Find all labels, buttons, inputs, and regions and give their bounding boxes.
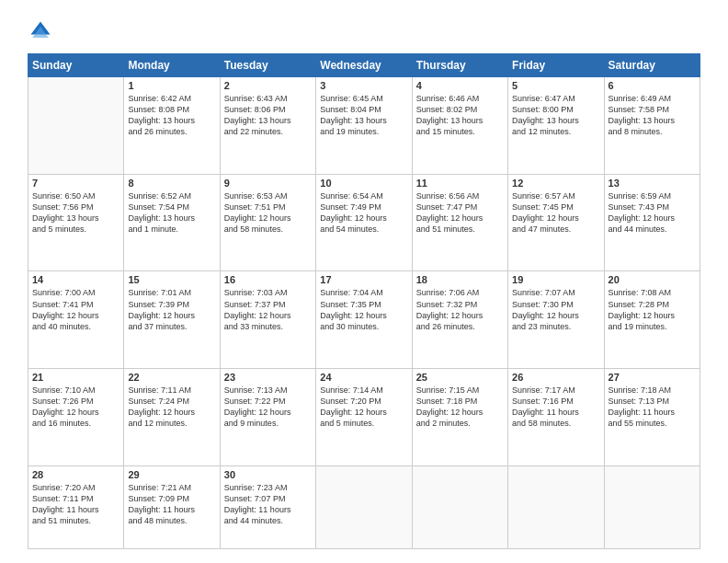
day-cell: 26Sunrise: 7:17 AM Sunset: 7:16 PM Dayli… <box>508 369 604 466</box>
day-info: Sunrise: 7:11 AM Sunset: 7:24 PM Dayligh… <box>128 385 215 430</box>
day-number: 20 <box>609 274 696 285</box>
day-number: 19 <box>512 274 599 285</box>
day-number: 10 <box>320 178 407 189</box>
day-cell: 21Sunrise: 7:10 AM Sunset: 7:26 PM Dayli… <box>28 369 124 466</box>
day-info: Sunrise: 7:23 AM Sunset: 7:07 PM Dayligh… <box>224 482 312 527</box>
header-day: Saturday <box>604 54 700 77</box>
day-cell: 23Sunrise: 7:13 AM Sunset: 7:22 PM Dayli… <box>220 369 315 466</box>
week-row: 14Sunrise: 7:00 AM Sunset: 7:41 PM Dayli… <box>28 271 700 369</box>
day-cell: 17Sunrise: 7:04 AM Sunset: 7:35 PM Dayli… <box>316 271 412 369</box>
day-number: 2 <box>224 80 312 91</box>
day-cell: 22Sunrise: 7:11 AM Sunset: 7:24 PM Dayli… <box>124 369 220 466</box>
day-number: 28 <box>32 469 119 480</box>
day-cell: 5Sunrise: 6:47 AM Sunset: 8:00 PM Daylig… <box>508 77 604 175</box>
day-cell <box>412 465 507 548</box>
day-cell: 2Sunrise: 6:43 AM Sunset: 8:06 PM Daylig… <box>220 77 315 175</box>
day-info: Sunrise: 7:21 AM Sunset: 7:09 PM Dayligh… <box>128 482 215 527</box>
day-info: Sunrise: 7:13 AM Sunset: 7:22 PM Dayligh… <box>224 385 312 430</box>
day-number: 16 <box>224 274 312 285</box>
header-day: Monday <box>124 54 220 77</box>
day-number: 9 <box>224 178 312 189</box>
day-info: Sunrise: 7:18 AM Sunset: 7:13 PM Dayligh… <box>609 385 696 430</box>
header-day: Thursday <box>412 54 507 77</box>
calendar: SundayMondayTuesdayWednesdayThursdayFrid… <box>28 53 700 549</box>
day-cell: 15Sunrise: 7:01 AM Sunset: 7:39 PM Dayli… <box>124 271 220 369</box>
day-number: 11 <box>416 178 504 189</box>
day-number: 21 <box>32 372 119 383</box>
day-cell <box>508 465 604 548</box>
day-info: Sunrise: 7:04 AM Sunset: 7:35 PM Dayligh… <box>320 287 407 332</box>
week-row: 7Sunrise: 6:50 AM Sunset: 7:56 PM Daylig… <box>28 174 700 271</box>
day-info: Sunrise: 7:17 AM Sunset: 7:16 PM Dayligh… <box>512 385 599 430</box>
day-info: Sunrise: 7:15 AM Sunset: 7:18 PM Dayligh… <box>416 385 504 430</box>
day-cell: 9Sunrise: 6:53 AM Sunset: 7:51 PM Daylig… <box>220 174 315 271</box>
day-number: 15 <box>128 274 215 285</box>
day-info: Sunrise: 6:50 AM Sunset: 7:56 PM Dayligh… <box>32 190 119 236</box>
day-cell: 11Sunrise: 6:56 AM Sunset: 7:47 PM Dayli… <box>412 174 507 271</box>
day-info: Sunrise: 6:45 AM Sunset: 8:04 PM Dayligh… <box>320 93 407 138</box>
week-row: 1Sunrise: 6:42 AM Sunset: 8:08 PM Daylig… <box>28 77 700 175</box>
day-cell: 13Sunrise: 6:59 AM Sunset: 7:43 PM Dayli… <box>604 174 700 271</box>
header-day: Sunday <box>28 54 124 77</box>
day-number: 18 <box>416 274 504 285</box>
day-cell: 14Sunrise: 7:00 AM Sunset: 7:41 PM Dayli… <box>28 271 124 369</box>
day-number: 24 <box>320 372 407 383</box>
day-number: 30 <box>224 469 312 480</box>
day-info: Sunrise: 7:20 AM Sunset: 7:11 PM Dayligh… <box>32 482 119 527</box>
day-info: Sunrise: 6:42 AM Sunset: 8:08 PM Dayligh… <box>128 93 215 138</box>
logo-icon <box>28 18 53 44</box>
day-number: 17 <box>320 274 407 285</box>
day-cell: 8Sunrise: 6:52 AM Sunset: 7:54 PM Daylig… <box>124 174 220 271</box>
day-number: 8 <box>128 178 215 189</box>
header-day: Wednesday <box>316 54 412 77</box>
day-info: Sunrise: 6:54 AM Sunset: 7:49 PM Dayligh… <box>320 190 407 236</box>
page-header <box>28 18 700 44</box>
day-number: 5 <box>512 80 599 91</box>
week-row: 28Sunrise: 7:20 AM Sunset: 7:11 PM Dayli… <box>28 465 700 548</box>
day-info: Sunrise: 7:10 AM Sunset: 7:26 PM Dayligh… <box>32 385 119 430</box>
header-day: Tuesday <box>220 54 315 77</box>
day-info: Sunrise: 6:59 AM Sunset: 7:43 PM Dayligh… <box>609 190 696 236</box>
day-cell: 29Sunrise: 7:21 AM Sunset: 7:09 PM Dayli… <box>124 465 220 548</box>
day-info: Sunrise: 6:53 AM Sunset: 7:51 PM Dayligh… <box>224 190 312 236</box>
week-row: 21Sunrise: 7:10 AM Sunset: 7:26 PM Dayli… <box>28 369 700 466</box>
day-info: Sunrise: 6:52 AM Sunset: 7:54 PM Dayligh… <box>128 190 215 236</box>
day-info: Sunrise: 7:01 AM Sunset: 7:39 PM Dayligh… <box>128 287 215 332</box>
day-cell: 3Sunrise: 6:45 AM Sunset: 8:04 PM Daylig… <box>316 77 412 175</box>
day-cell: 16Sunrise: 7:03 AM Sunset: 7:37 PM Dayli… <box>220 271 315 369</box>
day-number: 26 <box>512 372 599 383</box>
day-cell: 4Sunrise: 6:46 AM Sunset: 8:02 PM Daylig… <box>412 77 507 175</box>
day-info: Sunrise: 7:06 AM Sunset: 7:32 PM Dayligh… <box>416 287 504 332</box>
day-cell: 27Sunrise: 7:18 AM Sunset: 7:13 PM Dayli… <box>604 369 700 466</box>
day-cell: 25Sunrise: 7:15 AM Sunset: 7:18 PM Dayli… <box>412 369 507 466</box>
header-row: SundayMondayTuesdayWednesdayThursdayFrid… <box>28 54 700 77</box>
day-cell <box>604 465 700 548</box>
day-info: Sunrise: 7:00 AM Sunset: 7:41 PM Dayligh… <box>32 287 119 332</box>
day-number: 25 <box>416 372 504 383</box>
day-info: Sunrise: 6:46 AM Sunset: 8:02 PM Dayligh… <box>416 93 504 138</box>
day-cell: 28Sunrise: 7:20 AM Sunset: 7:11 PM Dayli… <box>28 465 124 548</box>
day-number: 1 <box>128 80 215 91</box>
day-info: Sunrise: 6:56 AM Sunset: 7:47 PM Dayligh… <box>416 190 504 236</box>
day-number: 3 <box>320 80 407 91</box>
logo <box>28 18 59 44</box>
header-day: Friday <box>508 54 604 77</box>
day-number: 12 <box>512 178 599 189</box>
day-number: 13 <box>609 178 696 189</box>
day-info: Sunrise: 6:57 AM Sunset: 7:45 PM Dayligh… <box>512 190 599 236</box>
day-cell <box>28 77 124 175</box>
day-number: 27 <box>609 372 696 383</box>
day-cell: 18Sunrise: 7:06 AM Sunset: 7:32 PM Dayli… <box>412 271 507 369</box>
day-cell: 7Sunrise: 6:50 AM Sunset: 7:56 PM Daylig… <box>28 174 124 271</box>
day-info: Sunrise: 6:47 AM Sunset: 8:00 PM Dayligh… <box>512 93 599 138</box>
day-number: 7 <box>32 178 119 189</box>
day-number: 6 <box>609 80 696 91</box>
day-cell: 19Sunrise: 7:07 AM Sunset: 7:30 PM Dayli… <box>508 271 604 369</box>
day-cell <box>316 465 412 548</box>
day-cell: 20Sunrise: 7:08 AM Sunset: 7:28 PM Dayli… <box>604 271 700 369</box>
day-cell: 24Sunrise: 7:14 AM Sunset: 7:20 PM Dayli… <box>316 369 412 466</box>
day-info: Sunrise: 7:08 AM Sunset: 7:28 PM Dayligh… <box>609 287 696 332</box>
day-number: 29 <box>128 469 215 480</box>
day-cell: 1Sunrise: 6:42 AM Sunset: 8:08 PM Daylig… <box>124 77 220 175</box>
day-number: 4 <box>416 80 504 91</box>
